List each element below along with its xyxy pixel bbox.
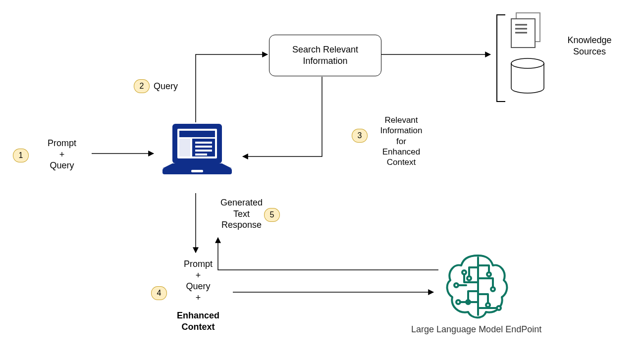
knowledge-sources-label: Knowledge Sources (555, 35, 624, 57)
badge-4: 4 (151, 286, 167, 300)
step4-bold-text: Enhanced Context (177, 310, 219, 332)
svg-point-27 (491, 287, 495, 291)
badge-1-text: 1 (19, 151, 23, 160)
svg-point-28 (486, 303, 490, 307)
svg-point-25 (456, 300, 460, 304)
badge-5-text: 5 (270, 210, 274, 219)
diagram-canvas: Search Relevant Information Knowledge So… (0, 0, 644, 362)
svg-rect-6 (179, 131, 215, 137)
svg-point-23 (462, 270, 466, 274)
badge-2-text: 2 (140, 82, 144, 91)
badge-3: 3 (352, 129, 368, 143)
step1-label: Prompt + Query (40, 138, 84, 171)
documents-icon (511, 13, 540, 48)
step1-text: Prompt + Query (48, 138, 76, 170)
svg-rect-7 (179, 139, 190, 156)
database-icon (511, 58, 544, 93)
search-box: Search Relevant Information (269, 35, 381, 76)
laptop-icon (162, 124, 232, 174)
badge-3-text: 3 (358, 131, 362, 140)
svg-point-26 (487, 272, 491, 276)
svg-point-29 (497, 306, 501, 310)
svg-rect-10 (195, 146, 212, 148)
brain-circuit-icon (447, 256, 507, 317)
step5-text: Generated Text Response (220, 198, 263, 230)
step3-label: Relevant Information for Enhanced Contex… (374, 115, 429, 167)
step4-label-bold: Enhanced Context (163, 310, 233, 332)
step4-label-top: Prompt + Query + (173, 259, 223, 303)
knowledge-sources-text: Knowledge Sources (567, 35, 611, 56)
llm-label-text: Large Language Model EndPoint (411, 324, 541, 334)
badge-1: 1 (13, 149, 29, 162)
step2-text: Query (154, 81, 178, 91)
svg-rect-14 (191, 170, 203, 172)
svg-point-22 (467, 276, 471, 280)
svg-rect-12 (195, 154, 207, 155)
step2-label: Query (154, 81, 178, 92)
badge-5: 5 (264, 208, 280, 222)
svg-rect-11 (195, 150, 212, 152)
badge-4-text: 4 (157, 289, 161, 298)
badge-2: 2 (134, 79, 150, 93)
svg-rect-9 (195, 142, 212, 144)
step4-top-text: Prompt + Query + (184, 259, 213, 303)
step5-label: Generated Text Response (218, 197, 265, 231)
llm-label: Large Language Model EndPoint (411, 324, 541, 335)
step3-text: Relevant Information for Enhanced Contex… (380, 115, 422, 167)
search-box-label: Search Relevant Information (292, 44, 358, 67)
